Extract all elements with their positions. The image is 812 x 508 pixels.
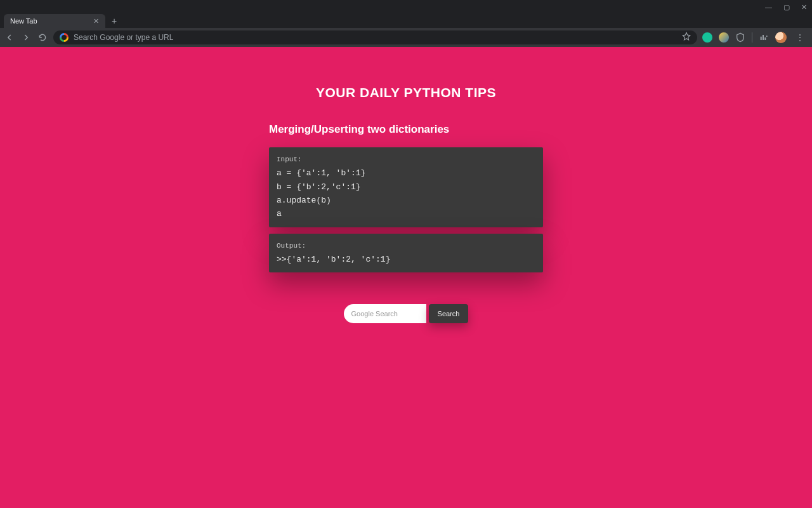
search-button[interactable]: Search: [429, 304, 469, 323]
forward-button[interactable]: [20, 32, 32, 43]
search-row: Search: [344, 304, 469, 323]
address-bar-placeholder: Search Google or type a URL: [74, 33, 173, 42]
extension-icons: ⋮: [702, 32, 807, 43]
profile-avatar[interactable]: [775, 32, 787, 43]
input-label: Input:: [277, 154, 535, 165]
tab-title: New Tab: [10, 17, 37, 25]
svg-rect-1: [763, 35, 764, 40]
extension-icon-3[interactable]: [735, 32, 745, 43]
tip-container: Merging/Upserting two dictionaries Input…: [269, 123, 543, 279]
code-card-output: Output:>>{'a':1, 'b':2, 'c':1}: [269, 234, 543, 273]
code-card-input: Input:a = {'a':1, 'b':1} b = {'b':2,'c':…: [269, 147, 543, 227]
bookmark-star-icon[interactable]: [682, 32, 691, 43]
new-tab-button[interactable]: +: [105, 14, 123, 28]
media-control-icon[interactable]: [759, 32, 769, 43]
output-label: Output:: [277, 240, 535, 251]
extension-icon-2[interactable]: [719, 32, 729, 43]
window-minimize-button[interactable]: —: [765, 3, 772, 11]
extension-icon-1[interactable]: [702, 32, 712, 43]
close-tab-icon[interactable]: ✕: [93, 17, 99, 25]
tip-heading: Merging/Upserting two dictionaries: [269, 123, 543, 136]
reload-button[interactable]: [37, 32, 48, 43]
page-body: YOUR DAILY PYTHON TIPS Merging/Upserting…: [0, 47, 812, 508]
window-close-button[interactable]: ✕: [801, 3, 807, 11]
toolbar-divider: [752, 32, 752, 43]
search-input[interactable]: [344, 304, 426, 323]
browser-tab[interactable]: New Tab ✕: [4, 14, 105, 28]
google-search-icon: [60, 33, 69, 42]
tab-strip: New Tab ✕ +: [0, 14, 812, 28]
chrome-menu-button[interactable]: ⋮: [793, 33, 807, 42]
input-code: a = {'a':1, 'b':1} b = {'b':2,'c':1} a.u…: [277, 168, 365, 218]
svg-rect-0: [761, 37, 762, 40]
browser-toolbar: Search Google or type a URL ⋮: [0, 28, 812, 47]
svg-rect-2: [764, 37, 766, 40]
window-maximize-button[interactable]: ▢: [783, 3, 790, 11]
address-bar[interactable]: Search Google or type a URL: [53, 30, 697, 44]
page-title: YOUR DAILY PYTHON TIPS: [316, 85, 496, 100]
output-code: >>{'a':1, 'b':2, 'c':1}: [277, 255, 390, 264]
back-button[interactable]: [4, 32, 15, 43]
window-titlebar: — ▢ ✕: [0, 0, 812, 14]
